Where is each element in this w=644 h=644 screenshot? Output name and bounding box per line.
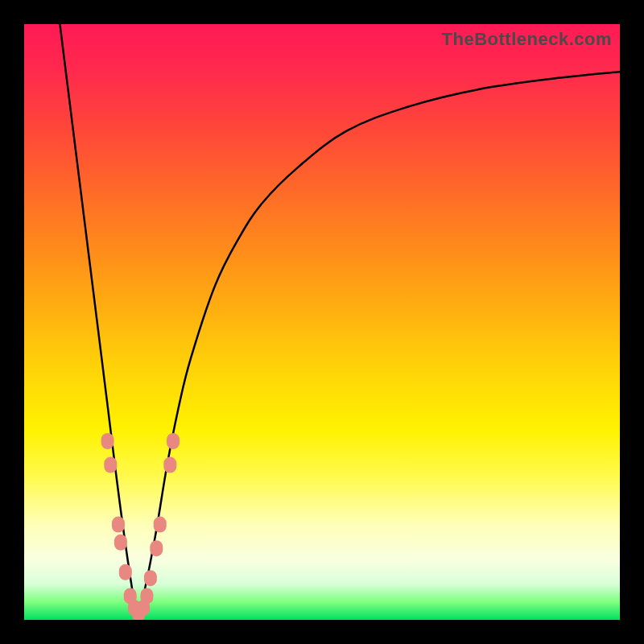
marker-point: [114, 535, 127, 551]
marker-point: [140, 588, 153, 604]
marker-point: [150, 540, 163, 556]
marker-point: [154, 517, 167, 533]
plot-area: TheBottleneck.com: [24, 24, 620, 620]
marker-point: [144, 570, 157, 586]
marker-point: [112, 517, 125, 533]
marker-point: [101, 433, 114, 449]
marker-point: [167, 433, 180, 449]
marker-point: [104, 457, 117, 473]
highlight-markers: [24, 24, 620, 620]
chart-container: TheBottleneck.com: [0, 0, 644, 644]
marker-point: [119, 564, 132, 580]
marker-point: [163, 457, 176, 473]
